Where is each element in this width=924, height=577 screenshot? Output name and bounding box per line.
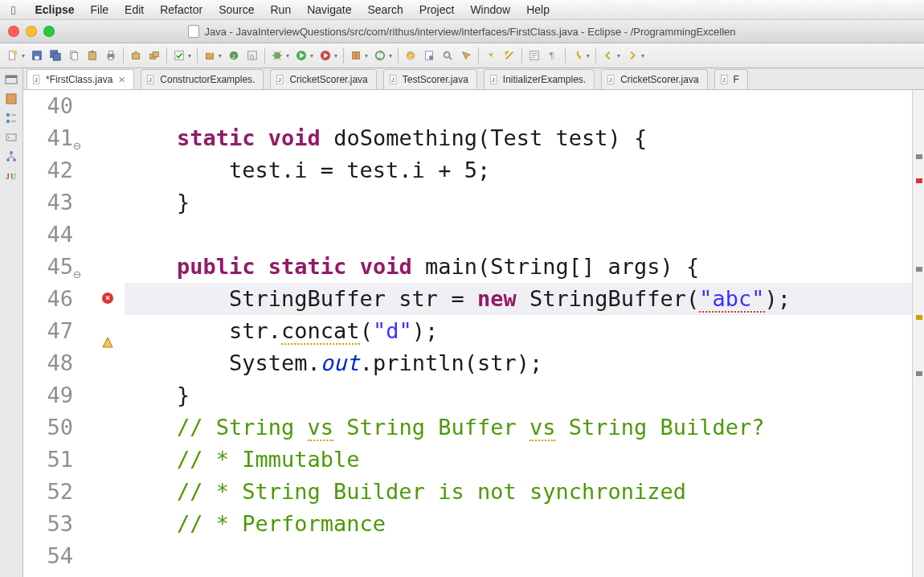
build-all-button[interactable]: [146, 47, 162, 63]
editor-tab[interactable]: J*FirstClass.java✕: [27, 69, 134, 89]
open-type-button[interactable]: C: [403, 47, 419, 63]
code-line[interactable]: str.concat("d");: [125, 315, 912, 347]
package-dropdown-arrow[interactable]: ▾: [365, 52, 368, 59]
build-button[interactable]: [128, 47, 144, 63]
type-button[interactable]: J: [226, 47, 242, 63]
overview-error-mark[interactable]: [916, 178, 922, 183]
fold-toggle-icon[interactable]: ⊖: [73, 130, 81, 162]
wizard-dropdown-arrow[interactable]: ▾: [219, 52, 222, 59]
paragraph-button[interactable]: [526, 47, 542, 63]
svg-rect-13: [133, 53, 140, 59]
check-button[interactable]: [171, 47, 187, 63]
code-line[interactable]: // String vs String Buffer vs String Bui…: [125, 411, 912, 444]
code-line[interactable]: System.out.println(str);: [125, 347, 912, 379]
fwd-dropdown-arrow[interactable]: ▾: [641, 52, 644, 59]
editor-tab[interactable]: JInitializerExamples.: [484, 69, 595, 89]
back-button[interactable]: [600, 47, 616, 63]
code-line[interactable]: }: [125, 379, 912, 411]
code-line[interactable]: static void doSomething(Test test) {: [125, 122, 912, 154]
hierarchy-icon[interactable]: [5, 150, 18, 163]
debug-dropdown-arrow[interactable]: ▾: [286, 52, 289, 59]
package-explorer-icon[interactable]: [5, 92, 18, 105]
overview-annotation[interactable]: [916, 267, 922, 272]
editor-tab[interactable]: JConstructorExamples.: [141, 69, 264, 89]
run-button[interactable]: [293, 47, 309, 63]
warning-marker-icon[interactable]: [102, 325, 113, 336]
tasks-icon[interactable]: [5, 112, 18, 125]
menu-window[interactable]: Window: [462, 3, 518, 16]
run-dropdown-arrow[interactable]: ▾: [310, 52, 313, 59]
select-button[interactable]: [501, 47, 517, 63]
svg-point-31: [429, 55, 433, 59]
save-button[interactable]: [29, 47, 45, 63]
open-task-button[interactable]: [421, 47, 437, 63]
code-line[interactable]: [125, 219, 912, 251]
run-ext-button[interactable]: [317, 47, 333, 63]
menu-file[interactable]: File: [83, 3, 117, 16]
new-dropdown-arrow[interactable]: ▾: [22, 52, 25, 59]
toolbar-separator: [595, 47, 596, 63]
menu-refactor[interactable]: Refactor: [152, 3, 211, 16]
run-ext-dropdown-arrow[interactable]: ▾: [334, 52, 337, 59]
tab-label: *FirstClass.java: [46, 74, 112, 85]
wizard-button[interactable]: [202, 47, 218, 63]
code-line[interactable]: // * Performance: [125, 508, 912, 540]
menu-search[interactable]: Search: [359, 3, 411, 16]
sync-dropdown-arrow[interactable]: ▾: [389, 52, 392, 59]
editor-tab[interactable]: JF: [714, 69, 748, 89]
editor-tab[interactable]: JCricketScorer.java: [270, 69, 376, 89]
tab-label: InitializerExamples.: [503, 74, 586, 85]
menu-project[interactable]: Project: [411, 3, 463, 16]
servers-icon[interactable]: [5, 131, 18, 144]
error-marker-icon[interactable]: ×: [102, 293, 113, 304]
apple-icon[interactable]: : [11, 3, 15, 17]
step-dropdown-arrow[interactable]: ▾: [587, 52, 590, 59]
back-dropdown-arrow[interactable]: ▾: [617, 52, 620, 59]
print-button[interactable]: [103, 47, 119, 63]
paste-button[interactable]: [84, 47, 100, 63]
code-line[interactable]: }: [125, 186, 912, 219]
code-line[interactable]: [125, 540, 912, 572]
sync-button[interactable]: [372, 47, 388, 63]
step-button[interactable]: [570, 47, 586, 63]
svg-text:J: J: [149, 77, 152, 83]
menu-edit[interactable]: Edit: [117, 3, 152, 16]
pin-button[interactable]: [483, 47, 499, 63]
overview-annotation[interactable]: [916, 154, 922, 159]
pilcrow-button[interactable]: ¶: [545, 47, 561, 63]
save-all-button[interactable]: [47, 47, 63, 63]
check-dropdown-arrow[interactable]: ▾: [188, 52, 191, 59]
restore-view-icon[interactable]: [5, 73, 18, 86]
overview-annotation[interactable]: [916, 371, 922, 376]
menu-app[interactable]: Eclipse: [27, 3, 82, 16]
menu-help[interactable]: Help: [518, 3, 558, 16]
junit-button[interactable]: G: [244, 47, 260, 63]
code-line[interactable]: test.i = test.i + 5;: [125, 154, 912, 186]
copy-button[interactable]: [66, 47, 82, 63]
code-line[interactable]: public static void main(String[] args) {: [125, 251, 912, 283]
junit-icon[interactable]: JU: [5, 170, 18, 182]
line-number: 54: [23, 540, 73, 572]
editor-tab[interactable]: JCricketScorer.java: [601, 69, 707, 89]
close-tab-icon[interactable]: ✕: [118, 75, 125, 85]
tab-label: CricketScorer.java: [620, 74, 698, 85]
menu-source[interactable]: Source: [211, 3, 262, 16]
task-button[interactable]: [458, 47, 474, 63]
editor-tab[interactable]: JTestScorer.java: [383, 69, 477, 89]
source-text[interactable]: static void doSomething(Test test) { tes…: [125, 90, 912, 577]
code-line[interactable]: [125, 90, 912, 122]
svg-text:J: J: [492, 77, 495, 83]
fwd-button[interactable]: [624, 47, 640, 63]
fold-toggle-icon[interactable]: ⊖: [73, 259, 81, 291]
overview-warning-mark[interactable]: [916, 315, 922, 320]
code-line[interactable]: // * String Builder is not synchronized: [125, 476, 912, 508]
code-editor[interactable]: 404142434445464748495051525354 ⊖⊖× stati…: [23, 90, 924, 577]
menu-navigate[interactable]: Navigate: [299, 3, 359, 16]
code-line[interactable]: // * Immutable: [125, 444, 912, 476]
new-button[interactable]: [5, 47, 21, 63]
debug-button[interactable]: [269, 47, 285, 63]
code-line[interactable]: StringBuffer str = new StringBuffer("abc…: [125, 283, 912, 315]
menu-run[interactable]: Run: [262, 3, 299, 16]
search-button[interactable]: [440, 47, 456, 63]
package-button[interactable]: [348, 47, 364, 63]
